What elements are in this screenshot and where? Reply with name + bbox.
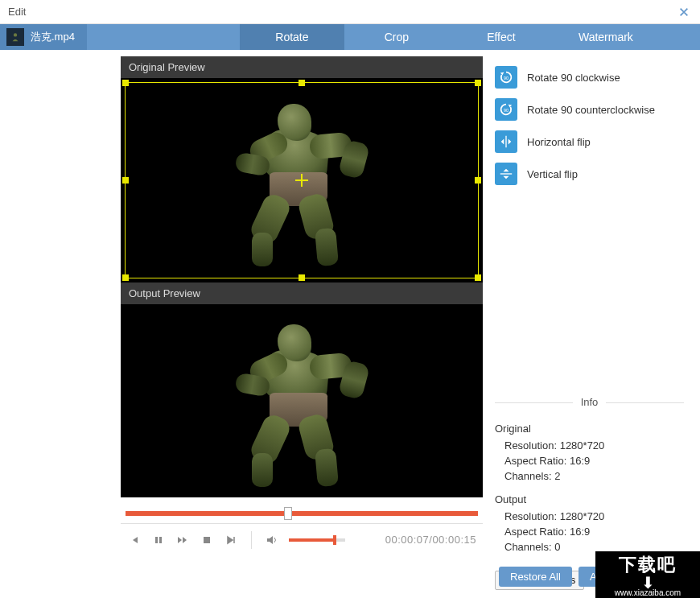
info-output-aspect: Aspect Ratio: 16:9 xyxy=(504,526,684,538)
rotate-cw-button[interactable]: 90 Rotate 90 clockwise xyxy=(495,66,684,89)
preview-column: Original Preview Outpu xyxy=(121,50,483,598)
volume-slider[interactable] xyxy=(289,538,345,542)
vertical-flip-icon xyxy=(495,163,517,185)
horizontal-flip-label: Horizontal flip xyxy=(527,136,591,148)
video-frame-figure xyxy=(229,312,374,489)
rotate-ccw-button[interactable]: 90 Rotate 90 counterclockwise xyxy=(495,98,684,121)
info-original-resolution: Resolution: 1280*720 xyxy=(504,439,684,452)
info-output-title: Output xyxy=(495,493,684,505)
svg-text:90: 90 xyxy=(504,108,509,113)
tab-watermark[interactable]: Watermark xyxy=(554,24,658,50)
file-name: 浩克.mp4 xyxy=(31,30,75,44)
next-icon[interactable] xyxy=(224,533,238,547)
horizontal-flip-icon xyxy=(495,130,517,153)
original-preview-label: Original Preview xyxy=(121,56,483,78)
rotate-cw-icon: 90 xyxy=(495,66,517,89)
output-preview xyxy=(121,304,483,497)
seek-bar[interactable] xyxy=(121,504,483,523)
site-watermark: 下载吧 ⬇ www.xiazaiba.com xyxy=(595,551,700,598)
crop-center-icon[interactable] xyxy=(295,174,308,187)
crop-handle[interactable] xyxy=(122,274,129,281)
rotate-ccw-icon: 90 xyxy=(495,98,517,121)
seek-thumb[interactable] xyxy=(284,507,292,520)
left-sidebar xyxy=(0,50,121,598)
window-title: Edit xyxy=(8,6,676,18)
playback-controls: 00:00:07/00:00:15 xyxy=(121,523,483,555)
playback-time: 00:00:07/00:00:15 xyxy=(385,534,476,546)
tab-rotate[interactable]: Rotate xyxy=(240,24,344,50)
rotate-cw-label: Rotate 90 clockwise xyxy=(527,72,620,84)
tab-bar: 浩克.mp4 Rotate Crop Effect Watermark xyxy=(0,24,700,50)
close-icon[interactable] xyxy=(676,4,692,20)
tab-crop[interactable]: Crop xyxy=(344,24,449,50)
tab-effect[interactable]: Effect xyxy=(449,24,554,50)
bottom-bar: Restore All A xyxy=(499,567,608,587)
crop-handle[interactable] xyxy=(299,80,305,86)
vertical-flip-label: Vertical flip xyxy=(527,168,578,180)
crop-handle[interactable] xyxy=(299,274,305,281)
titlebar: Edit xyxy=(0,0,700,24)
crop-handle[interactable] xyxy=(475,80,481,86)
file-tab[interactable]: 浩克.mp4 xyxy=(0,24,87,50)
info-header: Info xyxy=(495,393,684,411)
info-original-aspect: Aspect Ratio: 16:9 xyxy=(504,455,684,467)
vertical-flip-button[interactable]: Vertical flip xyxy=(495,163,684,185)
info-original-channels: Channels: 2 xyxy=(504,470,684,482)
crop-handle[interactable] xyxy=(475,177,481,184)
original-preview[interactable] xyxy=(121,78,483,283)
svg-text:90: 90 xyxy=(504,76,509,80)
horizontal-flip-button[interactable]: Horizontal flip xyxy=(495,130,684,153)
crop-handle[interactable] xyxy=(475,274,481,281)
svg-rect-3 xyxy=(204,537,210,543)
prev-icon[interactable] xyxy=(127,533,142,547)
info-original-title: Original xyxy=(495,423,684,435)
fast-forward-icon[interactable] xyxy=(175,533,190,547)
svg-point-0 xyxy=(14,33,17,36)
info-output-resolution: Resolution: 1280*720 xyxy=(504,510,684,522)
rotate-ccw-label: Rotate 90 counterclockwise xyxy=(527,104,655,116)
svg-rect-1 xyxy=(155,537,158,543)
svg-rect-2 xyxy=(159,537,162,543)
volume-icon[interactable] xyxy=(265,533,279,547)
restore-all-button[interactable]: Restore All xyxy=(499,567,572,587)
stop-icon[interactable] xyxy=(200,533,214,547)
crop-handle[interactable] xyxy=(122,177,129,184)
crop-handle[interactable] xyxy=(122,80,129,86)
crop-frame[interactable] xyxy=(125,82,479,278)
file-thumbnail-icon xyxy=(6,28,24,46)
output-preview-label: Output Preview xyxy=(121,283,483,304)
options-panel: 90 Rotate 90 clockwise 90 Rotate 90 coun… xyxy=(483,50,692,598)
pause-icon[interactable] xyxy=(151,533,166,547)
